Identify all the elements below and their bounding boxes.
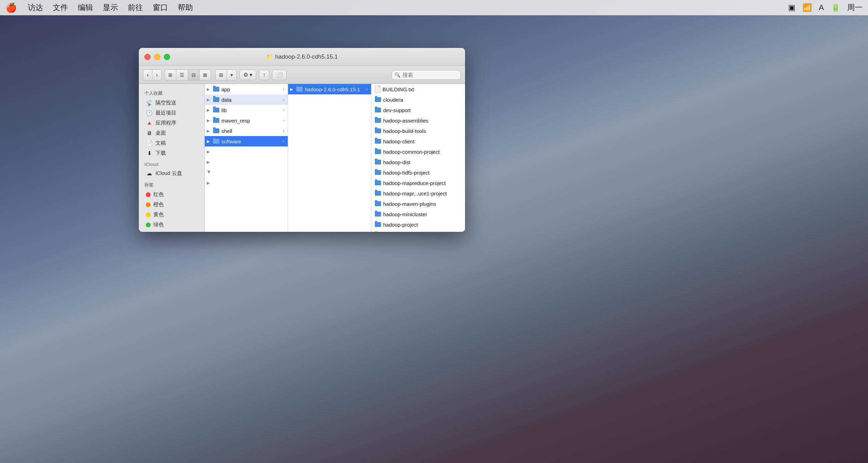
file-row[interactable]: ▶ lib › — [205, 105, 288, 115]
expand-arrow: ▶ — [207, 150, 211, 154]
minimize-button[interactable] — [154, 54, 160, 60]
menu-file[interactable]: 文件 — [53, 2, 68, 13]
expand-arrow: ▶ — [207, 160, 211, 165]
file-row[interactable]: cloudera › — [371, 94, 465, 105]
folder-icon — [375, 222, 381, 227]
back-button[interactable]: ‹ — [143, 70, 152, 80]
sidebar-item-airdrop[interactable]: 📡 隔空投送 — [140, 98, 203, 108]
path-button[interactable]: ⬜ — [272, 70, 287, 80]
file-row[interactable]: hadoop-mapreduce-project › — [371, 178, 465, 188]
share-button[interactable]: ↑ — [259, 70, 269, 80]
menu-view[interactable]: 显示 — [103, 2, 118, 13]
file-name: hadoop-hdfs-project — [383, 170, 465, 176]
folder-icon — [296, 87, 303, 92]
file-row[interactable]: hadoop-project › — [371, 219, 465, 230]
sidebar-item-red[interactable]: 红色 — [140, 190, 203, 200]
time-display: 周一 — [847, 2, 862, 13]
sidebar-item-icloud[interactable]: ☁ iCloud 云盘 — [140, 168, 203, 178]
file-row[interactable]: hadoop-hdfs-project › — [371, 167, 465, 178]
file-name: hadoop-common-project — [383, 149, 465, 155]
file-row[interactable]: ▶ maven_resp › — [205, 115, 288, 126]
expand-arrow: ▶ — [207, 87, 211, 92]
search-input[interactable] — [403, 72, 465, 78]
sidebar-item-recents[interactable]: 🕐 最近项目 — [140, 108, 203, 118]
expand-arrow: ▶ — [207, 170, 211, 175]
file-row[interactable]: ▶ shell › — [205, 126, 288, 136]
list-view-button[interactable]: ☰ — [176, 70, 188, 80]
folder-icon — [375, 160, 381, 165]
menu-edit[interactable]: 编辑 — [78, 2, 93, 13]
menubar-right: ▣ 📶 A 🔋 周一 — [788, 2, 862, 13]
battery-icon[interactable]: 🔋 — [831, 3, 840, 12]
arrange-dropdown-button[interactable]: ▾ — [227, 70, 236, 80]
file-row[interactable]: BUILDING.txt — [371, 84, 465, 94]
sidebar-item-yellow[interactable]: 黄色 — [140, 210, 203, 220]
chevron-right-icon: › — [283, 139, 284, 144]
menu-help[interactable]: 帮助 — [178, 2, 193, 13]
file-row[interactable]: hadoop-assemblies › — [371, 115, 465, 126]
chevron-right-icon: › — [283, 87, 284, 92]
sidebar-item-downloads[interactable]: ⬇ 下载 — [140, 148, 203, 158]
sidebar-item-label: 橙色 — [153, 201, 164, 208]
file-row[interactable]: ▶ data › — [205, 94, 288, 105]
file-icon — [375, 86, 380, 93]
sidebar-item-label: 红色 — [153, 191, 164, 198]
menu-window[interactable]: 窗口 — [153, 2, 168, 13]
apple-menu[interactable]: 🍎 — [6, 2, 17, 13]
documents-icon: 📄 — [146, 140, 153, 146]
sidebar-item-orange[interactable]: 橙色 — [140, 200, 203, 210]
sidebar-item-label: 绿色 — [153, 221, 164, 228]
menu-go[interactable]: 前往 — [128, 2, 143, 13]
maximize-button[interactable] — [164, 54, 170, 60]
file-row[interactable]: hadoop-build-tools › — [371, 126, 465, 136]
folder-icon — [213, 108, 219, 112]
file-row[interactable]: hadoop-minicluster › — [371, 209, 465, 219]
folder-icon — [375, 201, 381, 206]
gallery-view-button[interactable]: ⊠ — [199, 70, 211, 80]
file-row[interactable]: ▶ hadoop-2.6.0-cdh5.15.1 › — [288, 84, 371, 94]
file-row[interactable]: hadoop-client › — [371, 136, 465, 146]
wifi-icon[interactable]: 📶 — [802, 3, 812, 12]
sidebar: 个人收藏 📡 隔空投送 🕐 最近项目 🔺 应用程序 🖥 桌面 📄 文稿 — [139, 84, 205, 232]
file-row[interactable]: hadoop-project-dist › — [371, 230, 465, 232]
favorites-header: 个人收藏 — [139, 87, 204, 98]
sidebar-item-documents[interactable]: 📄 文稿 — [140, 138, 203, 148]
file-row-empty[interactable]: ▶ — [205, 178, 288, 188]
expand-arrow: ▶ — [207, 108, 211, 112]
file-name: lib — [221, 107, 281, 113]
sidebar-item-blue[interactable]: 蓝色 — [140, 230, 203, 232]
file-name: hadoop-build-tools — [383, 128, 465, 134]
file-name: dev-support — [383, 107, 465, 113]
file-row-empty[interactable]: ▶ — [205, 146, 288, 157]
file-column-3: BUILDING.txt cloudera › dev-support › ha… — [371, 84, 465, 232]
file-row[interactable]: ▶ app › — [205, 84, 288, 94]
file-row[interactable]: hadoop-mapr...uce1-project › — [371, 188, 465, 199]
arrange-button[interactable]: ⊞ — [216, 70, 227, 80]
forward-button[interactable]: › — [152, 70, 161, 80]
gear-button[interactable]: ⚙ ▾ — [239, 70, 256, 80]
menu-finder[interactable]: 访达 — [28, 2, 43, 13]
file-row[interactable]: hadoop-dist › — [371, 157, 465, 167]
file-row[interactable]: hadoop-common-project › — [371, 146, 465, 157]
airdrop-icon: 📡 — [146, 100, 153, 106]
sidebar-item-applications[interactable]: 🔺 应用程序 — [140, 118, 203, 128]
icon-view-button[interactable]: ⊞ — [165, 70, 176, 80]
sidebar-item-label: 最近项目 — [155, 110, 176, 116]
search-icon: 🔍 — [395, 72, 401, 78]
file-row-empty[interactable]: ▶ — [205, 167, 288, 178]
folder-icon — [375, 149, 381, 154]
file-row-empty[interactable]: ▶ — [205, 157, 288, 167]
folder-icon — [375, 108, 381, 112]
input-source-icon[interactable]: A — [819, 3, 824, 12]
file-row[interactable]: ▶ software › — [205, 136, 288, 146]
file-name: hadoop-mapr...uce1-project — [383, 191, 465, 196]
close-button[interactable] — [144, 54, 151, 60]
column-view-button[interactable]: ⊟ — [188, 70, 199, 80]
display-icon[interactable]: ▣ — [788, 3, 795, 12]
sidebar-item-green[interactable]: 绿色 — [140, 220, 203, 230]
titlebar: 📁 hadoop-2.6.0-cdh5.15.1 — [139, 48, 465, 66]
file-row[interactable]: hadoop-maven-plugins › — [371, 199, 465, 209]
file-row[interactable]: dev-support › — [371, 105, 465, 115]
orange-tag-dot — [146, 202, 151, 207]
sidebar-item-desktop[interactable]: 🖥 桌面 — [140, 128, 203, 138]
